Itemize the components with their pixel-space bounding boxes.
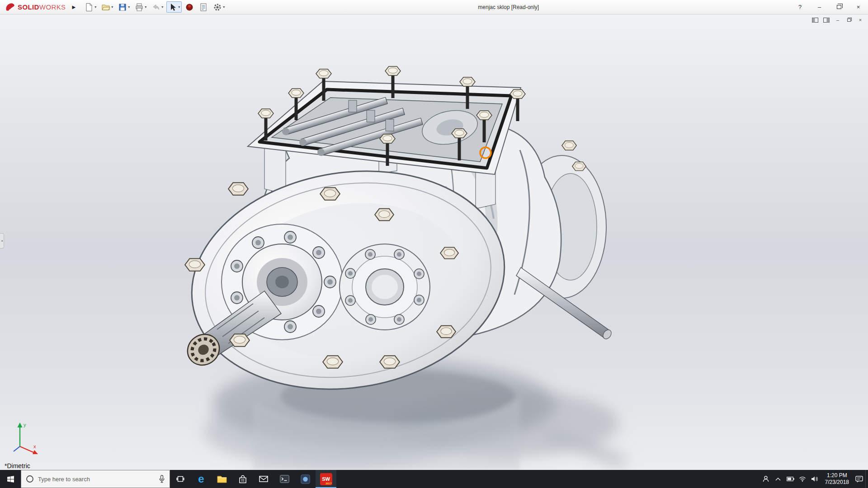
- search-input[interactable]: [38, 476, 155, 483]
- speaker-icon: [811, 476, 818, 482]
- gear-icon: [213, 3, 222, 12]
- file-explorer-icon: [217, 475, 227, 483]
- document-close-button[interactable]: ×: [856, 16, 864, 23]
- console-app-icon: [280, 475, 289, 483]
- pane-right-icon: [823, 18, 830, 23]
- document-minimize-button[interactable]: –: [834, 16, 842, 23]
- battery-icon: [787, 477, 794, 481]
- ds-logo-icon: [5, 3, 16, 12]
- taskbar-clock[interactable]: 1:20 PM 7/23/2018: [821, 470, 853, 488]
- windows-logo-icon: [7, 475, 14, 483]
- solidworks-logo: SOLID WORKS: [0, 3, 68, 12]
- chevron-up-icon: [775, 477, 781, 481]
- clock-time: 1:20 PM: [827, 472, 847, 479]
- print-button[interactable]: ▾: [133, 1, 148, 13]
- select-cursor-icon: [168, 3, 177, 12]
- select-button[interactable]: ▾: [166, 1, 182, 13]
- restore-icon: [837, 5, 841, 9]
- dropdown-caret-icon[interactable]: ▾: [94, 5, 96, 9]
- gearbox-assembly-model[interactable]: [0, 14, 868, 470]
- edge-button[interactable]: e: [191, 470, 212, 488]
- triad-y-label: y: [24, 422, 26, 427]
- minimize-button[interactable]: –: [810, 0, 829, 14]
- taskbar-search[interactable]: [21, 470, 170, 488]
- people-button[interactable]: [760, 470, 772, 488]
- action-center-icon: [855, 476, 863, 483]
- new-document-icon: [85, 3, 94, 12]
- cortana-icon: [26, 475, 34, 483]
- quick-access-toolbar: ▾ ▾ ▾ ▾: [83, 1, 226, 13]
- dropdown-caret-icon[interactable]: ▾: [161, 5, 163, 9]
- wifi-icon: [799, 476, 806, 482]
- graphics-viewport[interactable]: – ×: [0, 14, 868, 470]
- logo-text-solid: SOLID: [18, 3, 39, 11]
- window-controls: ? – ×: [790, 0, 868, 14]
- dropdown-caret-icon[interactable]: ▾: [111, 5, 113, 9]
- feature-manager-collapsed-tab[interactable]: ◂: [0, 233, 4, 249]
- store-icon: [238, 475, 247, 483]
- battery-button[interactable]: [784, 470, 797, 488]
- pane-right-button[interactable]: [822, 16, 830, 23]
- menu-flyout-arrow-icon[interactable]: ▶: [72, 5, 76, 9]
- microphone-icon[interactable]: [159, 475, 165, 483]
- dropdown-caret-icon[interactable]: ▾: [178, 5, 180, 9]
- photos-app-icon: [301, 474, 310, 484]
- solidworks-app-label: SW: [322, 476, 330, 482]
- new-document-button[interactable]: ▾: [83, 1, 98, 13]
- rebuild-stoplight-icon: [185, 3, 194, 12]
- pane-left-button[interactable]: [811, 16, 819, 23]
- hidden-icons-button[interactable]: [772, 470, 784, 488]
- photos-app-button[interactable]: [295, 470, 316, 488]
- pane-left-icon: [812, 18, 818, 23]
- network-button[interactable]: [797, 470, 809, 488]
- options-button[interactable]: ▾: [211, 1, 226, 13]
- open-button[interactable]: ▾: [99, 1, 115, 13]
- undo-icon: [151, 3, 160, 12]
- start-button[interactable]: [0, 470, 21, 488]
- rebuild-button[interactable]: [183, 1, 196, 13]
- people-icon: [762, 475, 769, 483]
- undo-button[interactable]: ▾: [150, 1, 165, 13]
- orientation-triad: y x: [7, 418, 41, 456]
- document-window-controls: – ×: [811, 16, 864, 23]
- close-button[interactable]: ×: [849, 0, 868, 14]
- file-explorer-button[interactable]: [212, 470, 232, 488]
- edge-icon: e: [198, 474, 204, 484]
- title-bar: SOLID WORKS ▶ ▾ ▾ ▾: [0, 0, 868, 14]
- help-button[interactable]: ?: [790, 0, 810, 14]
- solidworks-app-icon: SW 2017: [320, 473, 332, 485]
- secondary-flange: [340, 244, 430, 330]
- mail-button[interactable]: [253, 470, 274, 488]
- file-properties-button[interactable]: [197, 1, 210, 13]
- save-icon: [118, 3, 127, 12]
- task-view-button[interactable]: [170, 470, 191, 488]
- show-desktop-button[interactable]: [865, 470, 868, 488]
- print-icon: [135, 3, 144, 12]
- triad-x-label: x: [33, 444, 36, 449]
- solidworks-app-year: 2017: [326, 482, 331, 485]
- action-center-button[interactable]: [853, 470, 865, 488]
- dropdown-caret-icon[interactable]: ▾: [223, 5, 225, 9]
- document-restore-icon: [847, 19, 851, 22]
- restore-button[interactable]: [829, 0, 849, 14]
- window-title: menjac sklop [Read-only]: [226, 4, 790, 10]
- dropdown-caret-icon[interactable]: ▾: [128, 5, 130, 9]
- save-button[interactable]: ▾: [116, 1, 132, 13]
- view-orientation-label: *Dimetric: [5, 462, 30, 469]
- logo-text-works: WORKS: [39, 3, 66, 11]
- volume-button[interactable]: [809, 470, 821, 488]
- windows-taskbar: e SW 2017: [0, 470, 868, 488]
- document-restore-button[interactable]: [845, 16, 853, 23]
- solidworks-app-button[interactable]: SW 2017: [316, 470, 336, 488]
- console-app-button[interactable]: [274, 470, 295, 488]
- mail-icon: [259, 475, 268, 483]
- task-view-icon: [176, 475, 184, 483]
- store-button[interactable]: [232, 470, 253, 488]
- open-folder-icon: [101, 3, 110, 12]
- dropdown-caret-icon[interactable]: ▾: [145, 5, 146, 9]
- file-properties-icon: [199, 3, 208, 12]
- system-tray: 1:20 PM 7/23/2018: [760, 470, 868, 488]
- clock-date: 7/23/2018: [825, 479, 849, 486]
